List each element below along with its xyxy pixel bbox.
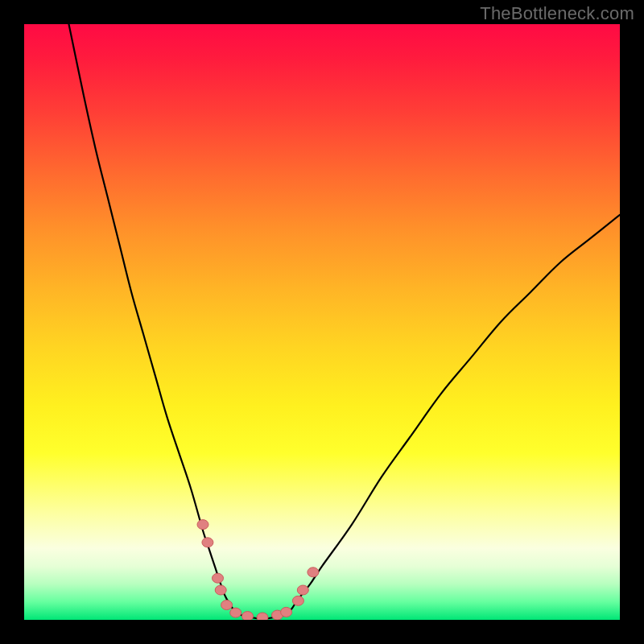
chart-frame: TheBottleneck.com bbox=[0, 0, 644, 644]
svg-rect-9 bbox=[281, 607, 292, 617]
data-marker bbox=[221, 601, 233, 610]
curve-layer bbox=[24, 24, 620, 620]
svg-rect-4 bbox=[221, 601, 233, 610]
curve-right-branch bbox=[262, 215, 620, 619]
data-marker bbox=[197, 520, 208, 530]
svg-rect-5 bbox=[230, 608, 242, 617]
data-marker bbox=[292, 596, 303, 605]
svg-rect-0 bbox=[197, 520, 208, 530]
data-marker bbox=[202, 538, 213, 547]
curve-left-branch bbox=[69, 24, 263, 619]
data-marker bbox=[213, 573, 224, 583]
svg-rect-7 bbox=[257, 613, 268, 620]
svg-rect-1 bbox=[202, 538, 213, 547]
data-marker bbox=[230, 608, 242, 617]
data-marker bbox=[215, 585, 226, 595]
svg-rect-6 bbox=[242, 612, 254, 620]
svg-rect-2 bbox=[213, 573, 224, 583]
data-marker bbox=[281, 607, 292, 617]
watermark-text: TheBottleneck.com bbox=[480, 3, 634, 24]
svg-rect-11 bbox=[297, 585, 308, 595]
svg-rect-10 bbox=[292, 596, 303, 605]
svg-rect-12 bbox=[308, 568, 319, 577]
data-marker bbox=[242, 612, 254, 620]
data-marker bbox=[308, 568, 319, 577]
data-marker bbox=[297, 585, 308, 595]
plot-area bbox=[24, 24, 620, 620]
svg-rect-3 bbox=[215, 585, 226, 595]
data-marker bbox=[257, 613, 268, 620]
